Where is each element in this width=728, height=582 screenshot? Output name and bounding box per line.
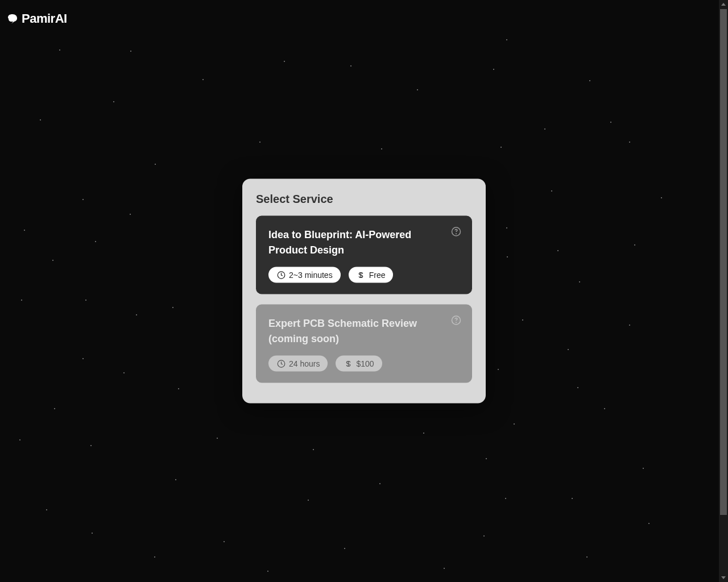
service-title: Idea to Blueprint: AI-Powered Product De… (268, 227, 460, 258)
time-value: 24 hours (289, 359, 320, 368)
svg-point-1 (456, 234, 457, 234)
service-card-idea-to-blueprint[interactable]: Idea to Blueprint: AI-Powered Product De… (256, 216, 472, 294)
time-value: 2~3 minutes (289, 271, 333, 280)
price-value: $100 (356, 359, 374, 368)
price-value: Free (369, 271, 386, 280)
select-service-modal: Select Service Idea to Blueprint: AI-Pow… (242, 179, 486, 404)
dollar-icon (344, 359, 353, 368)
time-pill: 24 hours (268, 356, 328, 372)
clock-icon (276, 359, 286, 368)
dollar-icon (357, 271, 366, 280)
clock-icon (276, 271, 286, 280)
scroll-up-arrow-icon[interactable] (719, 0, 728, 9)
price-pill: $100 (336, 356, 382, 372)
scrollbar-thumb[interactable] (720, 9, 727, 515)
service-pills: 24 hours $100 (268, 356, 460, 372)
help-icon[interactable] (450, 226, 462, 238)
help-icon[interactable] (450, 315, 462, 326)
brand-name: PamirAI (22, 11, 67, 26)
brand-logo[interactable]: PamirAI (6, 11, 67, 26)
service-card-pcb-review: Expert PCB Schematic Review (coming soon… (256, 305, 472, 383)
service-pills: 2~3 minutes Free (268, 267, 460, 283)
svg-point-4 (456, 322, 457, 323)
brand-logo-icon (6, 12, 19, 26)
price-pill: Free (349, 267, 394, 283)
scroll-down-arrow-icon[interactable] (719, 573, 728, 582)
vertical-scrollbar[interactable] (719, 0, 728, 582)
time-pill: 2~3 minutes (268, 267, 341, 283)
service-title: Expert PCB Schematic Review (coming soon… (268, 316, 460, 347)
modal-title: Select Service (256, 193, 472, 206)
